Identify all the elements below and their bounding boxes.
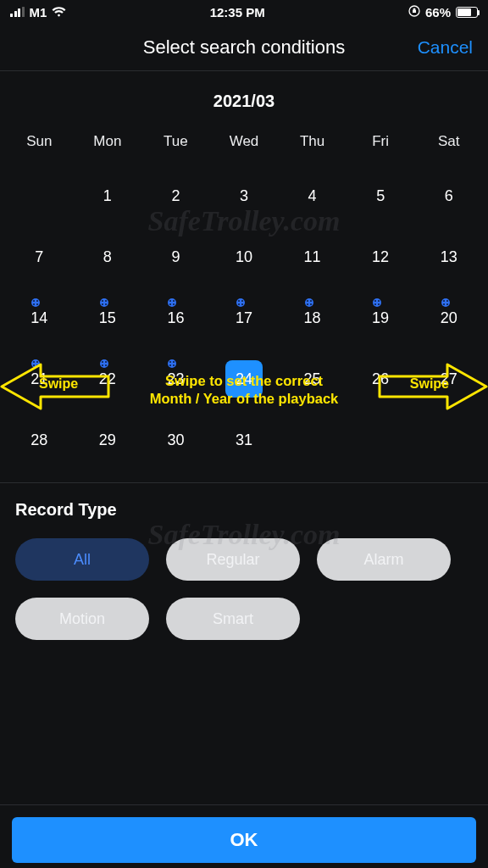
svg-point-13 bbox=[173, 300, 175, 302]
calendar-day[interactable]: 13 bbox=[441, 238, 458, 275]
calendar-day[interactable]: 12 bbox=[372, 238, 389, 275]
record-type-pill-motion[interactable]: Motion bbox=[15, 598, 149, 640]
calendar-day[interactable]: 19 bbox=[372, 299, 389, 337]
calendar-day[interactable]: 3 bbox=[240, 177, 248, 214]
svg-point-5 bbox=[36, 303, 38, 305]
calendar-day[interactable]: 20 bbox=[441, 299, 458, 337]
record-type-row: AllRegularAlarmMotionSmart bbox=[15, 538, 473, 640]
svg-point-31 bbox=[441, 298, 450, 307]
svg-point-27 bbox=[374, 300, 376, 302]
svg-point-15 bbox=[173, 303, 175, 305]
svg-point-26 bbox=[373, 298, 381, 307]
calendar-day[interactable]: 30 bbox=[167, 421, 184, 459]
svg-point-43 bbox=[105, 361, 107, 363]
svg-point-6 bbox=[100, 298, 108, 307]
calendar-day[interactable]: 31 bbox=[236, 421, 252, 459]
svg-point-22 bbox=[307, 300, 308, 302]
svg-point-18 bbox=[241, 300, 243, 302]
weekday-thu: Thu bbox=[278, 126, 347, 165]
calendar[interactable]: SafeTrolley.com SafeTrolley.com 2021/03 … bbox=[0, 71, 488, 476]
calendar-day[interactable]: 29 bbox=[99, 421, 116, 459]
calendar-day[interactable]: 4 bbox=[308, 177, 317, 214]
calendar-day[interactable]: 7 bbox=[35, 238, 43, 275]
calendar-day[interactable]: 1 bbox=[103, 177, 112, 214]
record-dot-icon bbox=[99, 359, 109, 369]
calendar-day[interactable]: 2 bbox=[171, 177, 180, 214]
status-bar: M1 12:35 PM 66% bbox=[0, 0, 488, 24]
battery-icon bbox=[456, 7, 478, 18]
svg-point-36 bbox=[31, 359, 40, 368]
svg-point-39 bbox=[33, 364, 35, 366]
record-type-title: Record Type bbox=[15, 500, 473, 520]
svg-point-29 bbox=[374, 303, 376, 305]
svg-point-42 bbox=[102, 361, 103, 363]
calendar-week-row: 78910111213 bbox=[5, 226, 483, 287]
record-dot-icon bbox=[236, 298, 246, 308]
svg-point-35 bbox=[446, 303, 448, 305]
svg-point-11 bbox=[168, 298, 176, 307]
weekday-sat: Sat bbox=[414, 126, 483, 165]
record-dot-icon bbox=[167, 359, 177, 369]
record-dot-icon bbox=[167, 298, 177, 308]
calendar-day[interactable]: 18 bbox=[304, 299, 321, 337]
calendar-day[interactable]: 16 bbox=[167, 299, 184, 337]
ok-button[interactable]: OK bbox=[12, 817, 476, 863]
calendar-day[interactable]: 28 bbox=[30, 421, 47, 459]
record-type-pill-smart[interactable]: Smart bbox=[166, 598, 300, 640]
calendar-day[interactable]: 14 bbox=[30, 299, 47, 337]
svg-point-44 bbox=[102, 364, 103, 366]
svg-point-3 bbox=[36, 300, 38, 302]
calendar-day[interactable]: 6 bbox=[445, 177, 453, 214]
svg-point-2 bbox=[33, 300, 35, 302]
calendar-day[interactable]: 15 bbox=[99, 299, 116, 337]
status-time: 12:35 PM bbox=[66, 5, 408, 19]
record-type-pill-all[interactable]: All bbox=[15, 538, 149, 581]
svg-point-32 bbox=[443, 300, 445, 302]
weekday-fri: Fri bbox=[347, 126, 415, 165]
svg-point-7 bbox=[102, 300, 103, 302]
record-type-pill-alarm[interactable]: Alarm bbox=[317, 538, 451, 581]
calendar-day[interactable]: 26 bbox=[372, 360, 389, 398]
svg-point-40 bbox=[36, 364, 38, 366]
svg-point-12 bbox=[169, 300, 171, 302]
svg-point-20 bbox=[241, 303, 243, 305]
calendar-day[interactable]: 24 bbox=[225, 360, 263, 398]
calendar-day[interactable]: 17 bbox=[236, 299, 252, 337]
svg-point-14 bbox=[169, 303, 171, 305]
svg-point-19 bbox=[238, 303, 240, 305]
calendar-day[interactable]: 25 bbox=[304, 360, 321, 398]
signal-icon bbox=[10, 7, 25, 17]
svg-point-17 bbox=[238, 300, 240, 302]
calendar-month-label: 2021/03 bbox=[5, 92, 483, 111]
svg-point-4 bbox=[33, 303, 35, 305]
weekday-tue: Tue bbox=[141, 126, 210, 165]
calendar-week-row: 14151617181920 bbox=[5, 287, 483, 348]
record-dot-icon bbox=[30, 298, 41, 308]
svg-point-21 bbox=[305, 298, 313, 307]
svg-point-10 bbox=[105, 303, 107, 305]
calendar-day[interactable]: 10 bbox=[236, 238, 252, 275]
weekday-mon: Mon bbox=[74, 126, 142, 165]
calendar-day[interactable]: 8 bbox=[103, 238, 112, 275]
battery-fill bbox=[458, 8, 471, 16]
calendar-day[interactable]: 23 bbox=[167, 360, 184, 398]
calendar-day[interactable]: 11 bbox=[304, 238, 321, 275]
calendar-day[interactable]: 9 bbox=[171, 238, 180, 275]
calendar-day[interactable]: 5 bbox=[376, 177, 385, 214]
battery-percent: 66% bbox=[425, 5, 451, 19]
record-type-pill-regular[interactable]: Regular bbox=[166, 538, 300, 581]
svg-point-23 bbox=[310, 300, 312, 302]
orientation-lock-icon bbox=[408, 5, 420, 19]
calendar-day[interactable]: 21 bbox=[30, 360, 47, 398]
weekday-wed: Wed bbox=[210, 126, 279, 165]
calendar-day[interactable]: 22 bbox=[99, 360, 116, 398]
calendar-day[interactable]: 27 bbox=[441, 360, 458, 398]
cancel-button[interactable]: Cancel bbox=[418, 37, 473, 58]
svg-point-1 bbox=[31, 298, 40, 307]
svg-point-24 bbox=[307, 303, 308, 305]
weekday-sun: Sun bbox=[5, 126, 74, 165]
svg-point-16 bbox=[236, 298, 245, 307]
calendar-week-row: 123456 bbox=[5, 165, 483, 226]
record-type-section: Record Type AllRegularAlarmMotionSmart bbox=[0, 483, 488, 648]
svg-point-38 bbox=[36, 361, 38, 363]
